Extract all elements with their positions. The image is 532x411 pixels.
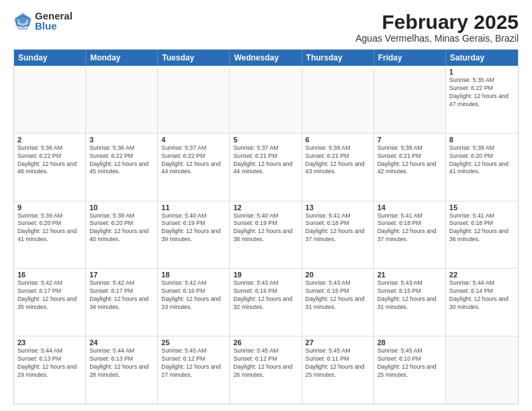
- calendar-cell: 10Sunrise: 5:39 AM Sunset: 6:20 PM Dayli…: [86, 201, 158, 269]
- day-number: 20: [306, 271, 370, 279]
- day-info: Sunrise: 5:42 AM Sunset: 6:17 PM Dayligh…: [89, 279, 154, 312]
- calendar-cell: 6Sunrise: 5:38 AM Sunset: 6:21 PM Daylig…: [302, 134, 374, 201]
- logo-blue-text: Blue: [35, 21, 73, 31]
- logo-general-text: General: [35, 11, 73, 21]
- calendar-cell: 2Sunrise: 5:36 AM Sunset: 6:22 PM Daylig…: [14, 134, 86, 201]
- calendar-cell: [86, 66, 158, 133]
- calendar-cell: 21Sunrise: 5:43 AM Sunset: 6:15 PM Dayli…: [374, 269, 446, 336]
- day-info: Sunrise: 5:43 AM Sunset: 6:16 PM Dayligh…: [233, 279, 298, 312]
- calendar-week-1: 2Sunrise: 5:36 AM Sunset: 6:22 PM Daylig…: [14, 133, 518, 201]
- day-info: Sunrise: 5:38 AM Sunset: 6:21 PM Dayligh…: [378, 144, 442, 177]
- logo-icon: [13, 11, 32, 30]
- day-number: 19: [233, 271, 298, 279]
- calendar: Sunday Monday Tuesday Wednesday Thursday…: [13, 49, 519, 404]
- day-info: Sunrise: 5:40 AM Sunset: 6:19 PM Dayligh…: [233, 212, 298, 244]
- day-number: 18: [161, 271, 226, 279]
- calendar-cell: [446, 336, 518, 404]
- header-tuesday: Tuesday: [158, 50, 230, 66]
- calendar-cell: 14Sunrise: 5:41 AM Sunset: 6:18 PM Dayli…: [374, 201, 446, 269]
- day-number: 10: [89, 203, 154, 212]
- day-info: Sunrise: 5:41 AM Sunset: 6:18 PM Dayligh…: [306, 212, 370, 244]
- calendar-cell: 27Sunrise: 5:45 AM Sunset: 6:11 PM Dayli…: [302, 336, 374, 404]
- day-info: Sunrise: 5:40 AM Sunset: 6:19 PM Dayligh…: [161, 212, 226, 244]
- day-info: Sunrise: 5:39 AM Sunset: 6:20 PM Dayligh…: [17, 212, 82, 244]
- calendar-title: February 2025: [355, 11, 519, 33]
- day-info: Sunrise: 5:44 AM Sunset: 6:14 PM Dayligh…: [449, 279, 515, 312]
- calendar-cell: 4Sunrise: 5:37 AM Sunset: 6:22 PM Daylig…: [158, 134, 230, 201]
- day-number: 6: [306, 136, 370, 144]
- logo: General Blue: [13, 11, 73, 31]
- calendar-cell: 22Sunrise: 5:44 AM Sunset: 6:14 PM Dayli…: [446, 269, 518, 336]
- day-info: Sunrise: 5:39 AM Sunset: 6:20 PM Dayligh…: [89, 212, 154, 244]
- header: General Blue February 2025 Aguas Vermelh…: [13, 11, 519, 44]
- calendar-cell: [158, 66, 230, 133]
- calendar-cell: 28Sunrise: 5:45 AM Sunset: 6:10 PM Dayli…: [374, 336, 446, 404]
- calendar-body: 1Sunrise: 5:35 AM Sunset: 6:22 PM Daylig…: [14, 66, 518, 404]
- day-info: Sunrise: 5:42 AM Sunset: 6:16 PM Dayligh…: [161, 279, 226, 312]
- day-info: Sunrise: 5:37 AM Sunset: 6:22 PM Dayligh…: [161, 144, 226, 177]
- header-monday: Monday: [86, 50, 158, 66]
- day-info: Sunrise: 5:45 AM Sunset: 6:11 PM Dayligh…: [306, 347, 370, 379]
- day-number: 28: [378, 338, 442, 347]
- day-info: Sunrise: 5:43 AM Sunset: 6:15 PM Dayligh…: [378, 279, 442, 312]
- day-number: 13: [306, 203, 370, 212]
- day-info: Sunrise: 5:44 AM Sunset: 6:13 PM Dayligh…: [17, 347, 82, 379]
- calendar-cell: 7Sunrise: 5:38 AM Sunset: 6:21 PM Daylig…: [374, 134, 446, 201]
- calendar-subtitle: Aguas Vermelhas, Minas Gerais, Brazil: [355, 33, 519, 44]
- day-info: Sunrise: 5:36 AM Sunset: 6:22 PM Dayligh…: [17, 144, 82, 177]
- calendar-header-row: Sunday Monday Tuesday Wednesday Thursday…: [14, 50, 518, 66]
- calendar-cell: 9Sunrise: 5:39 AM Sunset: 6:20 PM Daylig…: [14, 201, 86, 269]
- header-thursday: Thursday: [302, 50, 374, 66]
- header-friday: Friday: [374, 50, 446, 66]
- calendar-cell: 26Sunrise: 5:45 AM Sunset: 6:12 PM Dayli…: [230, 336, 302, 404]
- calendar-week-0: 1Sunrise: 5:35 AM Sunset: 6:22 PM Daylig…: [14, 66, 518, 133]
- calendar-cell: 1Sunrise: 5:35 AM Sunset: 6:22 PM Daylig…: [446, 66, 518, 133]
- header-saturday: Saturday: [446, 50, 518, 66]
- calendar-cell: 3Sunrise: 5:36 AM Sunset: 6:22 PM Daylig…: [86, 134, 158, 201]
- header-wednesday: Wednesday: [230, 50, 302, 66]
- title-block: February 2025 Aguas Vermelhas, Minas Ger…: [355, 11, 519, 44]
- day-info: Sunrise: 5:43 AM Sunset: 6:15 PM Dayligh…: [306, 279, 370, 312]
- calendar-cell: 8Sunrise: 5:39 AM Sunset: 6:20 PM Daylig…: [446, 134, 518, 201]
- day-info: Sunrise: 5:37 AM Sunset: 6:21 PM Dayligh…: [233, 144, 298, 177]
- calendar-cell: [230, 66, 302, 133]
- day-number: 23: [17, 338, 82, 347]
- calendar-week-2: 9Sunrise: 5:39 AM Sunset: 6:20 PM Daylig…: [14, 201, 518, 269]
- calendar-cell: 17Sunrise: 5:42 AM Sunset: 6:17 PM Dayli…: [86, 269, 158, 336]
- day-info: Sunrise: 5:41 AM Sunset: 6:18 PM Dayligh…: [449, 212, 515, 244]
- calendar-cell: 11Sunrise: 5:40 AM Sunset: 6:19 PM Dayli…: [158, 201, 230, 269]
- day-number: 25: [161, 338, 226, 347]
- calendar-cell: 24Sunrise: 5:44 AM Sunset: 6:13 PM Dayli…: [86, 336, 158, 404]
- day-number: 2: [17, 136, 82, 144]
- day-info: Sunrise: 5:45 AM Sunset: 6:12 PM Dayligh…: [161, 347, 226, 379]
- calendar-cell: 20Sunrise: 5:43 AM Sunset: 6:15 PM Dayli…: [302, 269, 374, 336]
- day-info: Sunrise: 5:42 AM Sunset: 6:17 PM Dayligh…: [17, 279, 82, 312]
- day-number: 26: [233, 338, 298, 347]
- calendar-cell: 23Sunrise: 5:44 AM Sunset: 6:13 PM Dayli…: [14, 336, 86, 404]
- day-number: 14: [378, 203, 442, 212]
- calendar-cell: 16Sunrise: 5:42 AM Sunset: 6:17 PM Dayli…: [14, 269, 86, 336]
- day-number: 11: [161, 203, 226, 212]
- day-info: Sunrise: 5:41 AM Sunset: 6:18 PM Dayligh…: [378, 212, 442, 244]
- day-number: 21: [378, 271, 442, 279]
- day-number: 17: [89, 271, 154, 279]
- calendar-cell: 18Sunrise: 5:42 AM Sunset: 6:16 PM Dayli…: [158, 269, 230, 336]
- day-number: 24: [89, 338, 154, 347]
- calendar-cell: 15Sunrise: 5:41 AM Sunset: 6:18 PM Dayli…: [446, 201, 518, 269]
- day-number: 22: [449, 271, 515, 279]
- calendar-cell: 13Sunrise: 5:41 AM Sunset: 6:18 PM Dayli…: [302, 201, 374, 269]
- calendar-cell: 25Sunrise: 5:45 AM Sunset: 6:12 PM Dayli…: [158, 336, 230, 404]
- calendar-week-3: 16Sunrise: 5:42 AM Sunset: 6:17 PM Dayli…: [14, 268, 518, 336]
- calendar-cell: 19Sunrise: 5:43 AM Sunset: 6:16 PM Dayli…: [230, 269, 302, 336]
- day-number: 12: [233, 203, 298, 212]
- day-number: 3: [89, 136, 154, 144]
- calendar-cell: [302, 66, 374, 133]
- calendar-cell: 5Sunrise: 5:37 AM Sunset: 6:21 PM Daylig…: [230, 134, 302, 201]
- day-number: 27: [306, 338, 370, 347]
- day-info: Sunrise: 5:45 AM Sunset: 6:10 PM Dayligh…: [378, 347, 442, 379]
- calendar-week-4: 23Sunrise: 5:44 AM Sunset: 6:13 PM Dayli…: [14, 336, 518, 404]
- day-info: Sunrise: 5:44 AM Sunset: 6:13 PM Dayligh…: [89, 347, 154, 379]
- day-info: Sunrise: 5:36 AM Sunset: 6:22 PM Dayligh…: [89, 144, 154, 177]
- logo-text: General Blue: [35, 11, 73, 31]
- day-info: Sunrise: 5:35 AM Sunset: 6:22 PM Dayligh…: [449, 77, 515, 109]
